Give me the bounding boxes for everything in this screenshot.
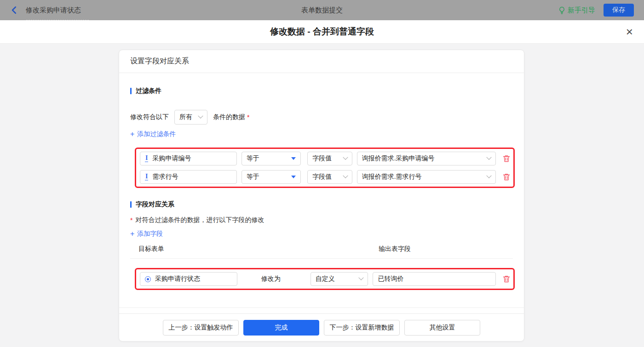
done-button[interactable]: 完成: [243, 320, 319, 336]
chevron-down-icon: [343, 155, 348, 160]
required-mark: *: [130, 216, 132, 224]
node-title: 表单数据提交: [0, 6, 644, 15]
mapping-valuetype-select[interactable]: 自定义: [310, 272, 368, 286]
text-field-icon: I: [145, 155, 148, 162]
filter-section-title: 过滤条件: [130, 87, 513, 95]
match-suffix: 条件的数据: [213, 113, 245, 121]
chevron-down-icon: [198, 114, 203, 119]
filter-operator-select[interactable]: 等于: [242, 170, 301, 184]
match-prefix: 修改符合以下: [130, 113, 169, 121]
filter-value-select[interactable]: 询报价需求.需求行号: [357, 170, 496, 184]
save-button[interactable]: 保存: [604, 4, 634, 17]
output-field-column-header: 输出表字段: [379, 245, 411, 253]
match-mode-row: 修改符合以下 所有 条件的数据 *: [130, 110, 513, 125]
add-filter-condition-label: 添加过滤条件: [137, 130, 176, 138]
filter-field-value: 采购申请编号: [152, 154, 191, 163]
flow-title[interactable]: 修改采购申请状态: [26, 6, 81, 15]
filter-field-select[interactable]: I 采购申请编号: [140, 152, 237, 165]
delete-row-icon[interactable]: [502, 275, 511, 283]
dialog-header: 修改数据 - 合并到普通字段 ×: [0, 20, 644, 44]
beginner-guide-link[interactable]: 新手引导: [558, 6, 595, 15]
modify-to-label: 修改为: [261, 275, 281, 283]
plus-icon: +: [130, 131, 134, 138]
mapping-field-value: 采购申请行状态: [155, 275, 200, 283]
delete-row-icon[interactable]: [502, 154, 511, 163]
caret-down-icon: [291, 176, 296, 178]
filter-row: I 需求行号 等于 字段值 询报价需求.需求行号: [140, 170, 511, 184]
filter-valuetype-select[interactable]: 字段值: [307, 170, 352, 184]
screen: 修改采购申请状态 表单数据提交 新手引导 保存 修改数据 - 合并到普通字段 ×…: [0, 0, 644, 347]
dialog-title: 修改数据 - 合并到普通字段: [270, 26, 374, 38]
top-bar: 修改采购申请状态 表单数据提交 新手引导 保存: [0, 0, 644, 20]
close-icon[interactable]: ×: [626, 26, 633, 38]
mapping-config-card: 设置字段对应关系 过滤条件 修改符合以下 所有 条件的数据 *: [119, 50, 524, 341]
section-marker: [130, 201, 132, 208]
filter-field-select[interactable]: I 需求行号: [140, 170, 237, 184]
dialog-body: 设置字段对应关系 过滤条件 修改符合以下 所有 条件的数据 *: [0, 44, 644, 347]
target-form-column-header: 目标表单: [138, 245, 164, 253]
mapping-section-title: 字段对应关系: [130, 200, 513, 209]
match-mode-select[interactable]: 所有: [174, 110, 207, 125]
back-icon[interactable]: [10, 6, 18, 14]
filter-value-select[interactable]: 询报价需求.采购申请编号: [357, 152, 496, 165]
filter-value: 询报价需求.需求行号: [362, 173, 483, 181]
match-mode-value: 所有: [179, 113, 195, 121]
body-bottom-divider: [119, 307, 524, 308]
filter-field-value: 需求行号: [152, 173, 178, 181]
chevron-down-icon: [486, 155, 491, 160]
filter-operator-select[interactable]: 等于: [242, 152, 301, 165]
text-field-icon: I: [145, 173, 148, 181]
chevron-down-icon: [359, 275, 364, 280]
mapping-row-highlight-group: 采购申请行状态 修改为 自定义 已转询价: [135, 268, 515, 290]
title-underline: [26, 20, 89, 20]
prev-step-button[interactable]: 上一步：设置触发动作: [163, 320, 239, 336]
mapping-field-select[interactable]: 采购申请行状态: [140, 272, 237, 286]
filter-rows-highlight-group: I 采购申请编号 等于 字段值 询报价需求.采购申请编号: [135, 148, 515, 188]
delete-row-icon[interactable]: [502, 173, 511, 181]
card-header-title: 设置字段对应关系: [130, 57, 189, 66]
required-mark: *: [247, 114, 249, 121]
add-field-link[interactable]: + 添加字段: [130, 230, 163, 238]
filter-section-label: 过滤条件: [136, 87, 161, 95]
filter-valuetype-value: 字段值: [312, 154, 340, 163]
mapping-note-text: 对符合过滤条件的数据，进行以下字段的修改: [135, 216, 264, 224]
lightbulb-icon: [558, 6, 565, 14]
next-step-button[interactable]: 下一步：设置新增数据: [324, 320, 400, 336]
filter-valuetype-select[interactable]: 字段值: [307, 152, 352, 165]
mapping-table-header: 目标表单 输出表字段: [130, 244, 513, 259]
mapping-valuetype-value: 自定义: [316, 275, 356, 283]
filter-row: I 采购申请编号 等于 字段值 询报价需求.采购申请编号: [140, 152, 511, 165]
filter-operator-value: 等于: [247, 154, 288, 163]
mapping-section-label: 字段对应关系: [136, 200, 174, 209]
chevron-down-icon: [343, 173, 348, 178]
custom-value-input[interactable]: 已转询价: [373, 272, 496, 286]
card-header: 设置字段对应关系: [119, 50, 524, 73]
beginner-guide-label: 新手引导: [568, 6, 595, 15]
custom-value: 已转询价: [378, 275, 403, 283]
filter-valuetype-value: 字段值: [312, 173, 340, 181]
chevron-down-icon: [486, 173, 491, 178]
filter-operator-value: 等于: [247, 173, 288, 181]
plus-icon: +: [130, 230, 134, 238]
caret-down-icon: [291, 157, 296, 160]
filter-value: 询报价需求.采购申请编号: [362, 154, 483, 163]
radio-field-icon: [145, 276, 151, 282]
add-field-label: 添加字段: [137, 230, 163, 238]
card-body: 过滤条件 修改符合以下 所有 条件的数据 * + 添加过滤条件: [119, 73, 524, 313]
card-footer: 上一步：设置触发动作 完成 下一步：设置新增数据 其他设置: [119, 313, 524, 341]
add-filter-condition-link[interactable]: + 添加过滤条件: [130, 130, 176, 138]
other-settings-button[interactable]: 其他设置: [404, 320, 480, 336]
mapping-note: * 对符合过滤条件的数据，进行以下字段的修改: [130, 216, 513, 224]
section-marker: [130, 88, 132, 94]
